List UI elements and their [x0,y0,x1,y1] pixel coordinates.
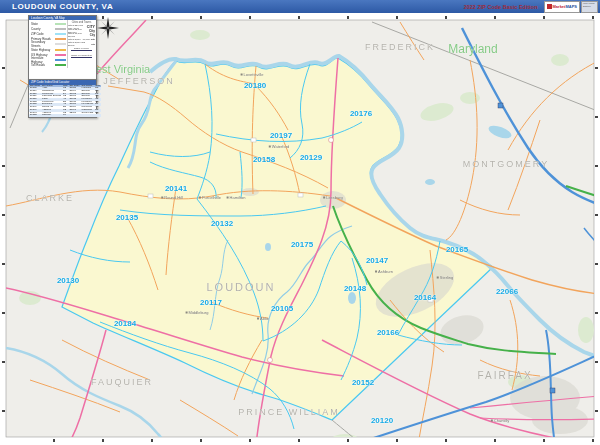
zip-table-cell: Chantilly [41,114,62,117]
zip-table-row: 20152ChantillyC4 [29,114,101,117]
brand-side-box: Wall Maps Edition [581,1,598,13]
brand-mark-icon [547,4,552,9]
city-class-sample: city [91,38,95,41]
brand-logo-box: Market MAPS [544,1,580,13]
zip-index-table: ZIP CodeZIP NameGridZIP CodeZIP NameGrid… [29,85,101,117]
zip-table-body: ZIP CodeZIP NameGridZIP CodeZIP NameGrid… [29,85,101,117]
legend-item-swatch [55,28,66,30]
compass-rose-icon [97,17,119,39]
scale-km: Scale in Kilometers [68,54,95,60]
legend-item-swatch [55,43,66,45]
edition-label: 2022 ZIP Code Basic Edition [464,4,538,10]
city-class-sample: City [89,29,95,33]
brand-word-1: Market [553,4,566,9]
scale-miles: Scale in Miles [68,47,95,53]
legend-item-swatch [55,33,66,35]
city-class-sample: city [91,43,95,45]
scale-km-bar [71,57,92,60]
title-bar: LOUDOUN COUNTY, VA 2022 ZIP Code Basic E… [0,0,600,13]
legend-item-swatch [55,64,66,66]
legend-item-label: ZIP Code [31,32,44,36]
city-class-row: Cities 10,000 - 35,000City [68,33,95,37]
legend-cities: Cities and Towns Cities 250,000 and Abov… [67,20,96,68]
zip-table-cell: Great Falls [81,112,95,115]
zip-table-cell [94,114,101,117]
brand-logo: Market MAPS Wall Maps Edition [544,1,598,12]
legend-city-classes: Cities 250,000 and AboveCITYCities 35,00… [68,25,95,47]
zip-table-cell [68,114,80,117]
scale-km-label: Scale in Kilometers [68,54,95,57]
grid-ticks-bottom [6,439,594,442]
legend-item-label: County [31,27,41,31]
legend-item-label: State Highway [31,48,50,52]
zip-index-panel: ZIP Code Index/Grid Locator ZIP CodeZIP … [28,79,97,118]
legend-item-swatch [55,49,66,51]
grid-ticks-left [2,20,5,437]
legend-item-label: State [31,22,38,26]
legend-item-swatch [55,59,66,61]
grid-ticks-right [595,20,598,437]
zip-table-cell: 20152 [29,114,41,117]
brand-word-2: MAPS [565,4,577,9]
legend-item-label: Toll Roads [31,63,45,67]
city-class-row: Cities 2,500 and Belowcity [68,42,95,46]
legend-item-swatch [55,54,66,56]
scale-miles-bar [71,50,92,53]
legend-item-swatch [55,23,66,25]
legend-panel: Loudoun County, VA Map StateCountyZIP Co… [28,15,97,80]
city-class-sample: City [90,33,95,37]
city-class-label: Cities 2,500 and Below [68,41,91,47]
legend-item-swatch [55,38,66,40]
zip-table-cell [81,114,95,117]
legend-items: StateCountyZIP CodePrimary RoadsSecondar… [29,20,67,68]
page-title: LOUDOUN COUNTY, VA [0,2,113,11]
map-page: 2018020176201972015820129201412013520132… [0,0,600,445]
